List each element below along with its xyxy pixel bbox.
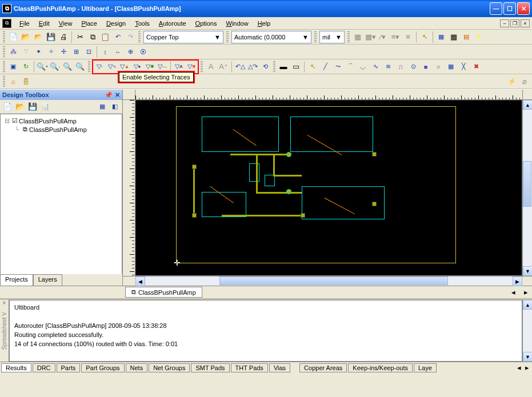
output-tab-results[interactable]: Results — [1, 363, 31, 372]
new-file-button[interactable]: 📄 — [7, 31, 19, 43]
toolbar-grip[interactable] — [314, 31, 317, 43]
output-tab-copper-areas[interactable]: Copper Areas — [299, 363, 347, 372]
pcb-component[interactable] — [265, 175, 275, 186]
design-tree[interactable]: ⊟ ☑ ClassBPushPullAmp └ ⧉ ClassBPushPull… — [0, 114, 122, 274]
pcb-trace[interactable] — [273, 154, 275, 177]
enable-select-attrs-button[interactable]: ▽A — [173, 61, 185, 73]
route-multi-button[interactable]: ≋ — [382, 61, 394, 73]
zoom-out-button[interactable]: 🔍- — [49, 61, 61, 73]
node-tool-4[interactable]: ⦿ — [137, 46, 149, 58]
menu-edit[interactable]: Edit — [34, 19, 54, 28]
output-tab-prev-button[interactable]: ◂ — [515, 363, 523, 372]
toolbar-grip[interactable] — [3, 61, 5, 73]
doc-tab[interactable]: ⧉ ClassBPushPullAmp — [125, 287, 202, 298]
panel-close-icon[interactable]: ✕ — [115, 91, 120, 99]
zoom-fit-button[interactable]: 🔍 — [61, 61, 74, 73]
output-tab-nets[interactable]: Nets — [126, 363, 148, 372]
menu-tools[interactable]: Tools — [130, 19, 154, 28]
pointer-button[interactable]: ↖ — [418, 31, 431, 43]
route-bezier-button[interactable]: ∿ — [369, 61, 382, 73]
tab-projects[interactable]: Projects — [0, 274, 33, 286]
enable-select-pads-button[interactable]: ▽✱ — [143, 61, 156, 73]
route-text-button[interactable]: ╳ — [457, 61, 470, 73]
redraw-button[interactable]: ↻ — [19, 61, 32, 73]
pcb-component[interactable] — [290, 117, 373, 152]
place-part-button[interactable]: ⌂ — [7, 75, 19, 88]
vertical-scrollbar[interactable]: ▲ ▼ — [522, 100, 532, 276]
output-scrollbar[interactable]: ▲ ▼ — [522, 300, 532, 362]
scroll-right-button[interactable]: ▶ — [513, 276, 522, 286]
pcb-trace[interactable] — [230, 154, 287, 155]
toolbar-grip[interactable] — [3, 31, 5, 43]
enable-select-copper-button[interactable]: ▽▲ — [118, 61, 131, 73]
horizontal-scrollbar[interactable]: ◀ ▶ — [123, 276, 532, 286]
flip-button[interactable]: ⟲ — [259, 61, 271, 73]
node-tool-1[interactable]: ↕ — [99, 46, 111, 58]
pcb-trace[interactable] — [193, 166, 195, 215]
align-left-button[interactable]: ▦ — [351, 31, 364, 43]
route-hole-button[interactable]: ○ — [432, 61, 445, 73]
cut-button[interactable]: ✂ — [74, 31, 86, 43]
select-tool-5[interactable]: ✢ — [57, 46, 70, 58]
layer-stack-icon[interactable]: ▤ — [460, 31, 473, 43]
rotate-ccw-button[interactable]: ↶△ — [234, 61, 246, 73]
route-line-button[interactable]: ╱ — [319, 61, 331, 73]
pcb-pad[interactable] — [372, 202, 377, 206]
output-tab-vias[interactable]: Vias — [269, 363, 290, 372]
marquee-dash-button[interactable]: ▭ — [290, 61, 302, 73]
route-follow-button[interactable]: ⤳ — [331, 61, 344, 73]
scroll-down-button[interactable]: ▼ — [523, 266, 532, 276]
route-remove-button[interactable]: ✖ — [470, 61, 482, 73]
tree-root-row[interactable]: ⊟ ☑ ClassBPushPullAmp — [3, 117, 119, 125]
mdi-minimize-button[interactable]: – — [500, 19, 509, 27]
output-tab-drc[interactable]: DRC — [33, 363, 55, 372]
tree-child-row[interactable]: └ ⧉ ClassBPushPullAmp — [3, 125, 119, 134]
enable-select-vias-button[interactable]: ▽● — [131, 61, 143, 73]
node-tool-3[interactable]: ⊕ — [124, 46, 137, 58]
text-tool-2[interactable]: A⁺ — [217, 61, 230, 73]
select-tool-1[interactable]: ⁂ — [7, 46, 19, 58]
pcb-via[interactable] — [286, 189, 291, 194]
zoom-window-button[interactable]: 🔍 — [74, 61, 86, 73]
tb-sheet-icon[interactable]: ▦ — [96, 101, 109, 113]
pcb-pad[interactable] — [192, 165, 197, 169]
text-tool-1[interactable]: A — [205, 61, 217, 73]
enable-select-parts-button[interactable]: ▽▫ — [93, 61, 106, 73]
undo-button[interactable]: ↶ — [111, 31, 124, 43]
print-button[interactable]: 🖨 — [57, 31, 70, 43]
output-tab-laye[interactable]: Laye — [414, 363, 437, 372]
save-button[interactable]: 💾 — [45, 31, 57, 43]
mdi-close-button[interactable]: × — [521, 19, 530, 27]
menu-window[interactable]: Window — [221, 19, 253, 28]
align-center-button[interactable]: ▦▾ — [364, 31, 377, 43]
minimize-button[interactable]: — — [490, 2, 502, 15]
menu-design[interactable]: Design — [102, 19, 130, 28]
select-tool-4[interactable]: ✧ — [45, 46, 57, 58]
toolbar-grip[interactable] — [201, 61, 203, 73]
group-button[interactable]: ▦ — [435, 31, 447, 43]
toolbar-grip[interactable] — [347, 31, 350, 43]
tab-layers[interactable]: Layers — [33, 274, 62, 286]
output-tab-keep-ins-keep-outs[interactable]: Keep-ins/Keep-outs — [348, 363, 413, 372]
enable-select-traces-button[interactable]: ▽∿ — [106, 61, 118, 73]
paste-button[interactable]: 📋 — [99, 31, 111, 43]
grid-button[interactable]: ▦ — [447, 31, 460, 43]
open-file-button[interactable]: 📂 — [19, 31, 32, 43]
toolbar-grip[interactable] — [3, 46, 5, 58]
route-via-button[interactable]: ⊙ — [407, 61, 419, 73]
menu-autoroute[interactable]: Autoroute — [154, 19, 191, 28]
copy-button[interactable]: ⧉ — [86, 31, 99, 43]
menu-view[interactable]: View — [54, 19, 77, 28]
scroll-up-button[interactable]: ▲ — [523, 300, 532, 310]
toolbar-grip[interactable] — [226, 31, 229, 43]
toolbar-grip[interactable] — [138, 31, 141, 43]
redo-button[interactable]: ↷ — [124, 31, 137, 43]
scroll-down-button[interactable]: ▼ — [523, 352, 532, 362]
open-sample-button[interactable]: 📂 — [32, 31, 45, 43]
toolbar-grip[interactable] — [88, 61, 90, 73]
doc-tab-prev-button[interactable]: ◂ — [507, 286, 519, 299]
route-pointer-button[interactable]: ↖ — [306, 61, 319, 73]
pcb-canvas[interactable]: ✛ — [135, 100, 522, 276]
route-arc2-button[interactable]: ◡ — [357, 61, 369, 73]
pin-icon[interactable]: 📌 — [105, 91, 113, 99]
